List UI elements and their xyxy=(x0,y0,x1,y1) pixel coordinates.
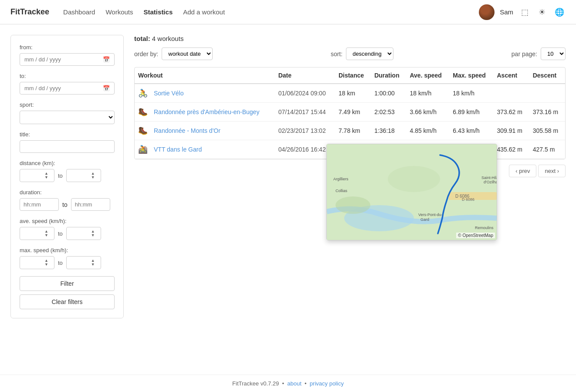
svg-text:Gard: Gard xyxy=(420,217,429,222)
total-label: total: xyxy=(134,35,150,42)
workout-link[interactable]: Sortie Vélo xyxy=(154,90,183,97)
duration-range: to xyxy=(20,198,115,211)
max-speed-group: max. speed (km/h): ▲ ▼ to ▲ xyxy=(20,247,115,269)
ave-speed-max-wrapper: ▲ ▼ xyxy=(66,227,101,240)
calendar-icon: 📅 xyxy=(103,56,110,63)
logout-icon[interactable]: ⬚ xyxy=(518,6,531,18)
workout-name-cell: Randonnée près d'Ambérieu-en-Bugey xyxy=(150,103,275,122)
nav-username: Sam xyxy=(500,8,513,16)
per-page-label: par page: xyxy=(512,51,537,57)
svg-text:d'Ozilhan: d'Ozilhan xyxy=(484,180,497,184)
main-content: total: 4 workouts order by: workout date… xyxy=(134,35,566,364)
workout-link[interactable]: Randonnée près d'Ambérieu-en-Bugey xyxy=(154,108,259,115)
svg-text:Argilliers: Argilliers xyxy=(333,177,349,181)
nav-link-statistics[interactable]: Statistics xyxy=(144,8,173,16)
from-date-wrapper: 📅 xyxy=(20,53,115,66)
duration-to-input[interactable] xyxy=(71,198,110,211)
workout-ave-speed-cell: 18 km/h xyxy=(406,84,449,103)
title-input[interactable] xyxy=(20,140,115,153)
workout-ascent-cell: 435.62 m xyxy=(493,140,529,159)
clear-filters-button[interactable]: Clear filters xyxy=(20,294,115,309)
workout-ascent-cell xyxy=(493,84,529,103)
table-row: 🚴 Sortie Vélo 01/06/2024 09:00 18 km 1:0… xyxy=(135,84,565,103)
map-svg: D 6086 Collias Saint-Hilaire- Argilliers… xyxy=(327,144,497,240)
distance-max-down[interactable]: ▼ xyxy=(90,176,96,179)
ave-speed-max-down[interactable]: ▼ xyxy=(90,233,96,237)
nav-link-dashboard[interactable]: Dashboard xyxy=(63,8,95,16)
from-label: from: xyxy=(20,44,115,51)
footer-about-link[interactable]: about xyxy=(287,380,302,387)
pagination-controls: ‹ prev next › xyxy=(509,165,566,177)
workout-link[interactable]: Randonnée - Monts d'Or xyxy=(154,127,220,134)
max-speed-label: max. speed (km/h): xyxy=(20,247,115,253)
to-group: to: 📅 xyxy=(20,73,115,95)
workout-distance-cell: 18 km xyxy=(335,84,371,103)
max-speed-max-down[interactable]: ▼ xyxy=(90,263,96,267)
table-row: 🥾 Randonnée - Monts d'Or 02/23/2017 13:0… xyxy=(135,122,565,140)
workout-duration-cell: 2:02:53 xyxy=(371,103,406,122)
table-header: Workout Date Distance Duration Ave. spee… xyxy=(135,68,565,84)
from-date-input[interactable] xyxy=(24,56,101,63)
workout-descent-cell: 373.16 m xyxy=(529,103,565,122)
nav-link-add-workout[interactable]: Add a workout xyxy=(183,8,225,16)
col-date: Date xyxy=(275,68,335,84)
sort-label: sort: xyxy=(331,51,342,57)
sort-group: sort: descending ascending xyxy=(331,47,393,60)
footer-privacy-link[interactable]: privacy policy xyxy=(310,380,344,387)
nav-link-workouts[interactable]: Workouts xyxy=(105,8,133,16)
sort-select[interactable]: descending ascending xyxy=(346,47,393,60)
nav-brand[interactable]: FitTrackee xyxy=(10,7,49,17)
distance-max-input[interactable] xyxy=(68,172,90,179)
title-group: title: xyxy=(20,131,115,153)
distance-min-input[interactable] xyxy=(22,172,44,179)
ave-speed-label: ave. speed (km/h): xyxy=(20,218,115,224)
workout-ave-speed-cell: 4.85 km/h xyxy=(406,122,449,140)
sport-select[interactable] xyxy=(20,111,115,124)
prev-page-button[interactable]: ‹ prev xyxy=(509,165,536,177)
workouts-table-container: Workout Date Distance Duration Ave. spee… xyxy=(134,67,566,159)
per-page-select[interactable]: 10 20 50 xyxy=(541,47,566,60)
max-speed-min-spin: ▲ ▼ xyxy=(44,259,49,267)
next-page-button[interactable]: next › xyxy=(538,165,566,177)
workout-link[interactable]: VTT dans le Gard xyxy=(154,146,202,153)
ave-speed-to-label: to xyxy=(58,230,63,237)
ave-speed-min-down[interactable]: ▼ xyxy=(44,233,49,237)
distance-range: ▲ ▼ to ▲ ▼ xyxy=(20,169,115,182)
workout-date-cell: 02/23/2017 13:02 xyxy=(275,122,335,140)
workout-ave-speed-cell: 3.66 km/h xyxy=(406,103,449,122)
to-date-input[interactable] xyxy=(24,85,101,91)
max-speed-min-input[interactable] xyxy=(22,260,44,266)
col-distance: Distance xyxy=(335,68,371,84)
max-speed-max-wrapper: ▲ ▼ xyxy=(66,256,101,269)
workout-sport-icon: 🥾 xyxy=(135,103,150,122)
col-ave-speed: Ave. speed xyxy=(406,68,449,84)
duration-group: duration: to xyxy=(20,189,115,211)
duration-label: duration: xyxy=(20,189,115,196)
workout-date-cell: 07/14/2017 15:44 xyxy=(275,103,335,122)
order-by-group: order by: workout date date distance dur… xyxy=(134,47,213,60)
ave-speed-min-input[interactable] xyxy=(22,230,44,237)
distance-min-wrapper: ▲ ▼ xyxy=(20,169,54,182)
map-area: D 6086 Collias Saint-Hilaire- Argilliers… xyxy=(327,144,497,240)
workout-distance-cell: 7.49 km xyxy=(335,103,371,122)
ave-speed-group: ave. speed (km/h): ▲ ▼ to ▲ xyxy=(20,218,115,240)
max-speed-min-down[interactable]: ▼ xyxy=(44,263,49,267)
language-icon[interactable]: 🌐 xyxy=(553,6,566,18)
duration-from-input[interactable] xyxy=(20,198,59,211)
avatar xyxy=(479,4,495,20)
ave-speed-max-input[interactable] xyxy=(68,230,90,237)
col-max-speed: Max. speed xyxy=(449,68,493,84)
workout-max-speed-cell: 6.43 km/h xyxy=(449,122,493,140)
distance-min-down[interactable]: ▼ xyxy=(44,176,49,179)
workout-sport-icon: 🚴 xyxy=(135,84,150,103)
max-speed-max-input[interactable] xyxy=(68,260,90,266)
distance-min-spin: ▲ ▼ xyxy=(44,172,49,179)
order-by-select[interactable]: workout date date distance duration xyxy=(162,47,213,60)
table-row: 🥾 Randonnée près d'Ambérieu-en-Bugey 07/… xyxy=(135,103,565,122)
ave-speed-max-spin: ▲ ▼ xyxy=(90,230,96,237)
theme-icon[interactable]: ☀ xyxy=(536,6,548,18)
filter-button[interactable]: Filter xyxy=(20,276,115,291)
footer-brand: FitTrackee xyxy=(232,380,259,387)
col-ascent: Ascent xyxy=(493,68,529,84)
from-group: from: 📅 xyxy=(20,44,115,66)
